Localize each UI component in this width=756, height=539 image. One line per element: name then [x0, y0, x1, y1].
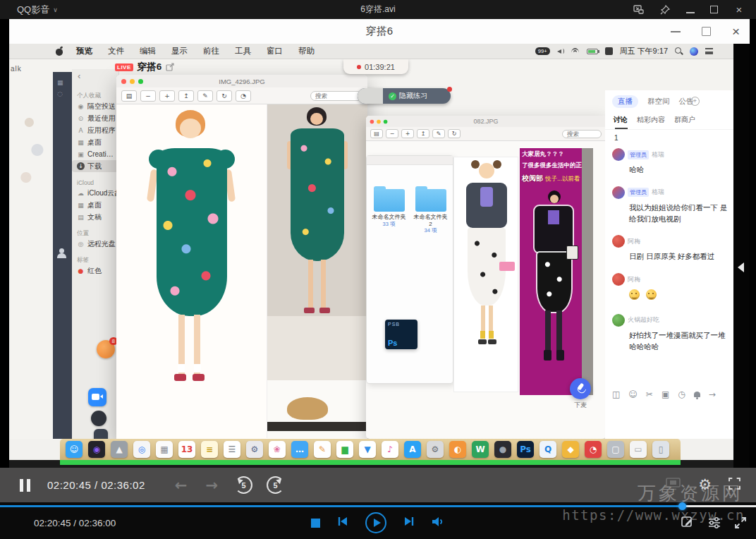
chat-subtab[interactable]: 群商户	[674, 115, 695, 125]
psb-file-icon[interactable]: PSB Ps	[385, 320, 417, 349]
folder[interactable]: 未命名文件夹 2 34 项	[413, 189, 449, 234]
preview1-titlebar[interactable]: IMG_4296.JPG	[116, 75, 367, 87]
toolbar-button[interactable]: ▤	[121, 90, 137, 102]
pin-button[interactable]	[659, 4, 671, 16]
screenshot-scissors-icon[interactable]: ✂	[646, 389, 653, 399]
toolbar-button[interactable]: ↻	[448, 129, 461, 138]
toolbar-button[interactable]: ↥	[178, 90, 194, 102]
dock-icon[interactable]: ▆	[336, 441, 353, 458]
sidebar-item[interactable]: ● 红色	[72, 265, 118, 277]
sidebar-item[interactable]: A 应用程序	[72, 124, 118, 136]
dock-icon[interactable]: 13	[178, 441, 195, 458]
dock-icon[interactable]: ▯	[652, 441, 669, 458]
bell-icon[interactable]	[694, 392, 700, 397]
pause-button[interactable]	[20, 479, 30, 492]
dock-icon[interactable]: ◐	[449, 441, 466, 458]
toolbar-button[interactable]: +	[159, 90, 175, 102]
dock-icon[interactable]: ●	[494, 441, 511, 458]
dock-icon[interactable]: ◉	[88, 441, 105, 458]
chat-tab[interactable]: 群空间	[647, 97, 670, 107]
expand-fullscreen-icon[interactable]	[735, 517, 746, 531]
dock-icon[interactable]: ☰	[224, 441, 240, 458]
stream-tool-pill[interactable]: ✓ 隐藏练习	[358, 88, 451, 104]
back-chevron-icon[interactable]: ‹	[72, 69, 118, 85]
dock-icon[interactable]: ▢	[607, 441, 624, 458]
dock-icon[interactable]: ⚙	[427, 441, 444, 458]
dock-icon[interactable]: ▼	[359, 441, 376, 458]
sidebar-item[interactable]: 位置	[72, 229, 118, 238]
previous-file-button[interactable]: ←	[175, 477, 188, 494]
avatar[interactable]	[612, 235, 625, 248]
toolbar-button[interactable]: ↻	[217, 90, 232, 102]
dock-icon[interactable]: ✎	[314, 441, 331, 458]
app-shortcut-icon[interactable]	[91, 411, 106, 426]
toolbar-button[interactable]: ✎	[197, 90, 213, 102]
sidebar-item[interactable]: ▦ 桌面	[72, 136, 118, 148]
play-button[interactable]	[365, 512, 386, 533]
dock-icon[interactable]: ▦	[156, 441, 173, 458]
annotate-screenshot-icon[interactable]	[681, 516, 694, 532]
toolbar-button[interactable]: −	[386, 129, 398, 138]
image-icon[interactable]: ▣	[662, 389, 669, 399]
avatar[interactable]: 8	[97, 340, 115, 358]
emoji-icon[interactable]: ☺	[628, 389, 638, 399]
add-tab-icon[interactable]: +	[690, 97, 700, 106]
dock-icon[interactable]: Ps	[517, 441, 534, 458]
dock-icon[interactable]: …	[291, 441, 308, 458]
settings-gear-icon[interactable]: ⚙	[698, 478, 712, 492]
dock-icon[interactable]: ☺	[66, 441, 83, 458]
send-arrow-icon[interactable]: →	[709, 389, 716, 399]
tool-left-segment[interactable]	[358, 88, 383, 104]
history-clock-icon[interactable]: ◷	[678, 389, 685, 399]
dock-icon[interactable]: ≡	[201, 441, 218, 458]
sidebar-item[interactable]: ☁ iCloud云盘	[72, 187, 118, 199]
close-button[interactable]: ×	[733, 4, 745, 16]
maximize-button[interactable]	[710, 6, 718, 13]
avatar[interactable]	[612, 148, 625, 161]
toolbar-button[interactable]: −	[140, 90, 156, 102]
mini-mode-button[interactable]	[633, 4, 644, 16]
dock-icon[interactable]: A	[404, 441, 421, 458]
dock-icon[interactable]: W	[472, 441, 489, 458]
sticker-icon[interactable]: ◫	[612, 389, 620, 399]
dock-icon[interactable]: ◎	[133, 441, 150, 458]
chat-tab[interactable]: 直播	[612, 95, 638, 108]
mic-button[interactable]: 下麦	[568, 378, 593, 410]
minimize-button[interactable]	[686, 12, 695, 13]
chat-subtab[interactable]: 精彩内容	[637, 115, 665, 125]
sidebar-item[interactable]: 个人收藏	[72, 91, 118, 100]
dock-icon[interactable]: ⚙	[246, 441, 263, 458]
avatar[interactable]	[612, 273, 625, 286]
fullscreen-button[interactable]	[728, 478, 740, 492]
toolbar-button[interactable]: +	[401, 129, 414, 138]
video-display-area[interactable]: 穿搭6 × 预览文件编辑显示前往工具窗口帮助 99+	[0, 19, 756, 468]
seek-bar[interactable]	[0, 505, 756, 507]
sidebar-item[interactable]: ⊙ 最近使用	[72, 112, 118, 124]
dock-icon[interactable]: ♪	[382, 441, 398, 458]
sidebar-item[interactable]: ◎ 远程光盘	[72, 238, 118, 250]
forward-5s-button[interactable]: 5	[267, 476, 284, 494]
search-input[interactable]	[562, 130, 602, 138]
search-input[interactable]	[310, 91, 362, 101]
toolbar-button[interactable]: ◔	[236, 90, 251, 102]
sidebar-item[interactable]: iCloud	[72, 178, 118, 187]
sidebar-item[interactable]: ▦ 桌面	[72, 199, 118, 211]
dock-icon[interactable]: ◔	[585, 441, 602, 458]
seek-handle[interactable]	[678, 502, 686, 510]
video-call-icon[interactable]	[88, 388, 106, 406]
sidebar-item[interactable]: ↓ 下载	[72, 160, 118, 172]
dock-icon[interactable]: Q	[539, 441, 556, 458]
dock-icon[interactable]: ❀	[269, 441, 286, 458]
screen-capture-icon[interactable]	[666, 478, 681, 493]
app-menu[interactable]: QQ影音 ∨	[0, 4, 58, 16]
sidebar-item[interactable]: 标签	[72, 255, 118, 265]
next-track-button[interactable]	[403, 516, 415, 529]
toolbar-button[interactable]: ✎	[432, 129, 445, 138]
dock-icon[interactable]: ▭	[630, 441, 647, 458]
playlist-settings-icon[interactable]	[708, 517, 721, 531]
stop-button[interactable]	[311, 519, 320, 528]
share-icon[interactable]	[166, 63, 174, 71]
dock-icon[interactable]: ◆	[562, 441, 579, 458]
toolbar-button[interactable]: ↥	[417, 129, 429, 138]
toolbar-button[interactable]: ▤	[370, 129, 383, 138]
